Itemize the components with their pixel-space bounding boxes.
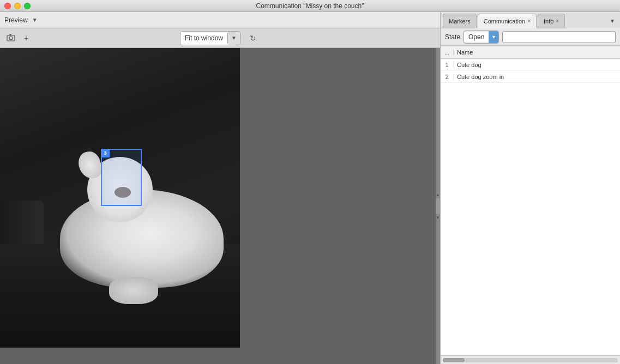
fit-to-window-label: Fit to window [180, 33, 228, 43]
selection-box[interactable]: 3 [101, 149, 142, 206]
selection-badge: 3 [101, 149, 110, 157]
dog-scene: 3 [0, 48, 240, 348]
main-container: Preview ▼ + Fit to windo [0, 12, 620, 364]
refresh-button[interactable]: ↻ [246, 31, 260, 45]
tabs-overflow-arrow[interactable]: ▼ [607, 14, 618, 28]
minimize-button[interactable] [14, 3, 21, 9]
fit-to-window-group: Fit to window ▼ ↻ [180, 31, 260, 45]
tab-info-close[interactable]: × [556, 18, 559, 24]
tab-communication-label: Communication [484, 18, 525, 25]
horizontal-scrollbar-thumb[interactable] [443, 358, 465, 362]
svg-rect-2 [9, 34, 11, 35]
right-panel: Markers Communication × Info × ▼ State O… [440, 12, 620, 364]
refresh-icon: ↻ [250, 34, 256, 43]
image-area[interactable]: 3 ▲ ▼ [0, 48, 440, 364]
horizontal-scrollbar-track[interactable] [443, 358, 618, 362]
add-marker-button[interactable]: + [20, 32, 33, 45]
scroll-down-arrow[interactable]: ▼ [436, 215, 440, 220]
tab-communication-close[interactable]: × [527, 18, 531, 24]
fit-to-window-dropdown[interactable]: ▼ [228, 32, 240, 45]
table-col-dots: ... [441, 49, 454, 56]
preview-toolbar: Preview ▼ [0, 12, 440, 28]
table-row[interactable]: 1 Cute dog [441, 59, 620, 71]
state-bar: State Open ▼ [441, 28, 620, 46]
vertical-scrollbar[interactable]: ▲ ▼ [436, 48, 440, 364]
table-row-num: 1 [441, 62, 454, 68]
dog-paw [109, 277, 158, 304]
tab-info-label: Info [544, 18, 553, 25]
svg-point-1 [9, 37, 13, 40]
state-search-input[interactable] [502, 31, 616, 43]
preview-dropdown-arrow[interactable]: ▼ [32, 17, 38, 23]
tab-info[interactable]: Info × [538, 14, 565, 28]
scrollbar-thumb[interactable] [436, 198, 440, 214]
title-bar: Communication "Missy on the couch" [0, 0, 620, 12]
window-title: Communication "Missy on the couch" [256, 2, 364, 10]
preview-label: Preview [4, 16, 28, 24]
state-dropdown-arrow[interactable]: ▼ [489, 31, 498, 43]
table-header: ... Name [441, 46, 620, 59]
tab-communication[interactable]: Communication × [478, 14, 537, 28]
table-row-name: Cute dog zoom in [454, 74, 620, 80]
image-toolbar: + Fit to window ▼ ↻ [0, 28, 440, 48]
table-row[interactable]: 2 Cute dog zoom in [441, 71, 620, 83]
markers-table: ... Name 1 Cute dog 2 Cute dog zoom in [441, 46, 620, 355]
bottom-scrollbar-bar [441, 355, 620, 364]
table-col-name: Name [454, 49, 620, 56]
screenshot-icon-button[interactable] [4, 32, 17, 45]
close-button[interactable] [4, 3, 11, 9]
right-tabs: Markers Communication × Info × ▼ [441, 12, 620, 28]
window-controls [4, 3, 31, 9]
scroll-up-arrow[interactable]: ▲ [436, 192, 440, 197]
state-value: Open [464, 32, 489, 42]
tab-markers[interactable]: Markers [443, 14, 477, 28]
table-row-name: Cute dog [454, 62, 620, 68]
state-label: State [445, 33, 460, 41]
left-panel: Preview ▼ + Fit to windo [0, 12, 440, 364]
maximize-button[interactable] [24, 3, 31, 9]
toolbar-left-buttons: + [4, 32, 33, 45]
table-row-num: 2 [441, 74, 454, 80]
state-select[interactable]: Open ▼ [464, 31, 499, 44]
tab-markers-label: Markers [449, 18, 471, 25]
